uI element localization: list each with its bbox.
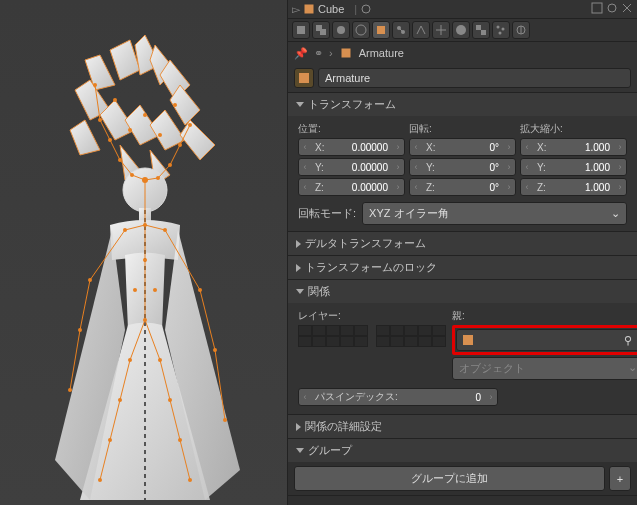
rot-y[interactable]: ‹Y:0°› xyxy=(409,158,516,176)
viz-icon-2[interactable] xyxy=(606,2,618,14)
eyedropper-icon[interactable]: ⚲ xyxy=(621,334,635,347)
loc-z[interactable]: ‹Z:0.00000› xyxy=(298,178,405,196)
tab-constraints[interactable] xyxy=(392,21,410,39)
svg-point-57 xyxy=(499,32,502,35)
svg-point-23 xyxy=(153,288,157,292)
scale-y[interactable]: ‹Y:1.000› xyxy=(520,158,627,176)
section-transform-header[interactable]: トランスフォーム xyxy=(288,93,637,116)
tab-texture[interactable] xyxy=(472,21,490,39)
svg-rect-62 xyxy=(463,335,473,345)
scale-label: 拡大縮小: xyxy=(520,122,627,136)
svg-rect-54 xyxy=(481,30,486,35)
tab-particles[interactable] xyxy=(492,21,510,39)
outliner-row: ▻ Cube | xyxy=(288,0,637,19)
tab-data[interactable] xyxy=(432,21,450,39)
rot-mode-label: 回転モード: xyxy=(298,206,356,221)
tab-physics[interactable] xyxy=(512,21,530,39)
svg-point-16 xyxy=(173,103,177,107)
section-lock-header[interactable]: トランスフォームのロック xyxy=(288,256,637,279)
parent-label: 親: xyxy=(452,309,637,323)
svg-point-42 xyxy=(608,4,616,12)
svg-point-52 xyxy=(456,25,466,35)
layers-grid-b-bot[interactable] xyxy=(376,336,446,347)
object-name-input[interactable] xyxy=(318,68,631,88)
section-groups-header[interactable]: グループ xyxy=(288,439,637,462)
context-tabs xyxy=(288,19,637,42)
object-type-icon[interactable] xyxy=(294,68,314,88)
svg-line-51 xyxy=(399,28,403,32)
svg-point-55 xyxy=(497,26,500,29)
svg-rect-53 xyxy=(476,25,481,30)
viewport-3d[interactable] xyxy=(0,0,287,505)
rot-mode-dropdown[interactable]: XYZ オイラー角⌄ xyxy=(362,202,627,225)
character-mesh xyxy=(40,30,270,500)
pass-index[interactable]: ‹パスインデックス: 0› xyxy=(298,388,498,406)
layers-label: レイヤー: xyxy=(298,309,446,323)
svg-rect-45 xyxy=(320,29,326,35)
loc-label: 位置: xyxy=(298,122,405,136)
layers-grid-b-top[interactable] xyxy=(376,325,446,336)
rot-z[interactable]: ‹Z:0°› xyxy=(409,178,516,196)
parent-highlight: ⚲ xyxy=(452,325,637,355)
loc-y[interactable]: ‹Y:0.00000› xyxy=(298,158,405,176)
svg-point-12 xyxy=(128,128,132,132)
layers-grid-a-bot[interactable] xyxy=(298,336,368,347)
tab-modifiers[interactable] xyxy=(412,21,430,39)
loc-x[interactable]: ‹X:0.00000› xyxy=(298,138,405,156)
svg-point-14 xyxy=(143,113,147,117)
cube-icon xyxy=(302,2,316,16)
svg-rect-41 xyxy=(592,3,602,13)
add-to-group-button[interactable]: グループに追加 xyxy=(294,466,605,491)
rot-label: 回転: xyxy=(409,122,516,136)
scale-z[interactable]: ‹Z:1.000› xyxy=(520,178,627,196)
new-group-button[interactable]: + xyxy=(609,466,631,491)
properties-panel: ▻ Cube | 📌 xyxy=(287,0,637,505)
tab-render[interactable] xyxy=(292,21,310,39)
rot-x[interactable]: ‹X:0°› xyxy=(409,138,516,156)
tab-layers[interactable] xyxy=(312,21,330,39)
parent-type-dropdown[interactable]: オブジェクト⌄ xyxy=(452,357,637,380)
eye-icon[interactable] xyxy=(359,2,373,16)
tab-object[interactable] xyxy=(372,21,390,39)
outliner-active: Cube xyxy=(318,3,344,15)
viz-icon-1[interactable] xyxy=(591,2,603,14)
svg-point-15 xyxy=(113,98,117,102)
svg-rect-60 xyxy=(341,48,351,58)
svg-point-47 xyxy=(356,25,366,35)
svg-point-13 xyxy=(158,133,162,137)
tab-material[interactable] xyxy=(452,21,470,39)
tab-scene[interactable] xyxy=(332,21,350,39)
svg-point-22 xyxy=(133,288,137,292)
tab-world[interactable] xyxy=(352,21,370,39)
svg-rect-43 xyxy=(297,26,305,34)
viz-icon-3[interactable] xyxy=(621,2,633,14)
svg-point-56 xyxy=(502,28,505,31)
layers-grid-a-top[interactable] xyxy=(298,325,368,336)
cube-icon xyxy=(461,333,475,347)
svg-rect-48 xyxy=(377,26,385,34)
pin-icon[interactable]: 📌 xyxy=(294,47,308,60)
svg-point-40 xyxy=(362,5,370,13)
svg-point-46 xyxy=(337,26,345,34)
link-icon[interactable]: ⚭ xyxy=(314,47,323,60)
section-relations-header[interactable]: 関係 xyxy=(288,280,637,303)
name-row xyxy=(288,64,637,93)
svg-rect-61 xyxy=(299,73,309,83)
breadcrumb: 📌 ⚭ › Armature xyxy=(288,42,637,64)
section-extras-header[interactable]: 関係の詳細設定 xyxy=(288,415,637,438)
svg-rect-39 xyxy=(304,4,314,14)
scale-x[interactable]: ‹X:1.000› xyxy=(520,138,627,156)
section-delta-header[interactable]: デルタトランスフォーム xyxy=(288,232,637,255)
cube-icon xyxy=(339,46,353,60)
breadcrumb-object: Armature xyxy=(359,47,404,59)
parent-input[interactable]: ⚲ xyxy=(456,329,637,351)
